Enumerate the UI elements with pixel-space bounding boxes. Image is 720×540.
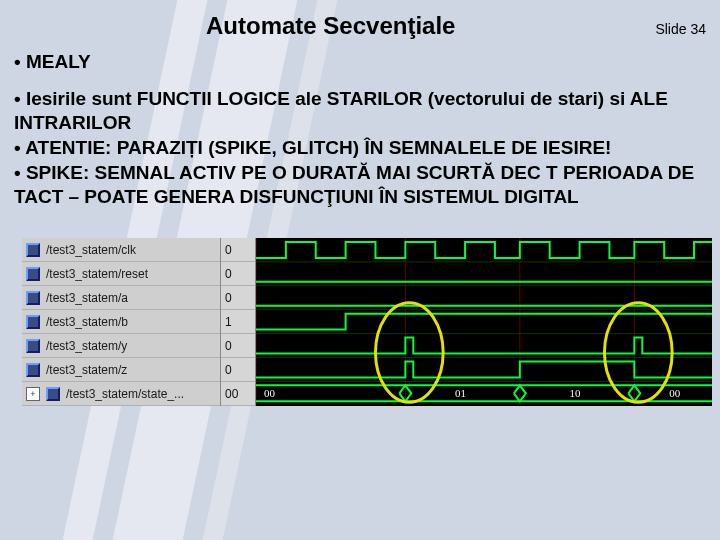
heading-mealy: • MEALY [14, 50, 706, 75]
signal-icon [26, 243, 40, 257]
expand-icon[interactable]: + [26, 387, 40, 401]
waveform-panel: /test3_statem/clk /test3_statem/reset /t… [22, 238, 712, 406]
signal-label: /test3_statem/z [46, 363, 127, 377]
signal-icon [46, 387, 60, 401]
signal-icon [26, 363, 40, 377]
signal-row[interactable]: /test3_statem/a [22, 286, 220, 310]
signal-icon [26, 267, 40, 281]
signal-value-column: 0 0 0 1 0 0 00 [221, 238, 256, 406]
signal-row[interactable]: +/test3_statem/state_... [22, 382, 220, 406]
signal-value: 0 [221, 286, 255, 310]
signal-value: 0 [221, 334, 255, 358]
signal-value: 1 [221, 310, 255, 334]
signal-icon [26, 291, 40, 305]
bullet-2: • ATENTIE: PARAZIȚI (SPIKE, GLITCH) ÎN S… [14, 136, 706, 161]
state-value: 00 [669, 387, 680, 399]
signal-icon [26, 339, 40, 353]
signal-name-column: /test3_statem/clk /test3_statem/reset /t… [22, 238, 221, 406]
state-value: 01 [455, 387, 466, 399]
page-title: Automate Secvenţiale [14, 12, 647, 40]
signal-label: /test3_statem/clk [46, 243, 136, 257]
bullet-1: • Iesirile sunt FUNCTII LOGICE ale STARI… [14, 87, 706, 136]
slide-number: Slide 34 [655, 21, 706, 37]
signal-label: /test3_statem/y [46, 339, 127, 353]
signal-value: 0 [221, 262, 255, 286]
signal-label: /test3_statem/reset [46, 267, 148, 281]
signal-value: 0 [221, 238, 255, 262]
signal-row[interactable]: /test3_statem/clk [22, 238, 220, 262]
signal-label: /test3_statem/state_... [66, 387, 184, 401]
signal-row[interactable]: /test3_statem/reset [22, 262, 220, 286]
signal-value: 0 [221, 358, 255, 382]
signal-row[interactable]: /test3_statem/z [22, 358, 220, 382]
state-value: 10 [570, 387, 581, 399]
signal-label: /test3_statem/b [46, 315, 128, 329]
signal-label: /test3_statem/a [46, 291, 128, 305]
bullet-3: • SPIKE: SEMNAL ACTIV PE O DURATĂ MAI SC… [14, 161, 706, 210]
signal-row[interactable]: /test3_statem/b [22, 310, 220, 334]
signal-value: 00 [221, 382, 255, 406]
signal-icon [26, 315, 40, 329]
signal-row[interactable]: /test3_statem/y [22, 334, 220, 358]
state-value: 00 [264, 387, 275, 399]
waveform-area[interactable]: 00 01 10 00 [256, 238, 712, 406]
